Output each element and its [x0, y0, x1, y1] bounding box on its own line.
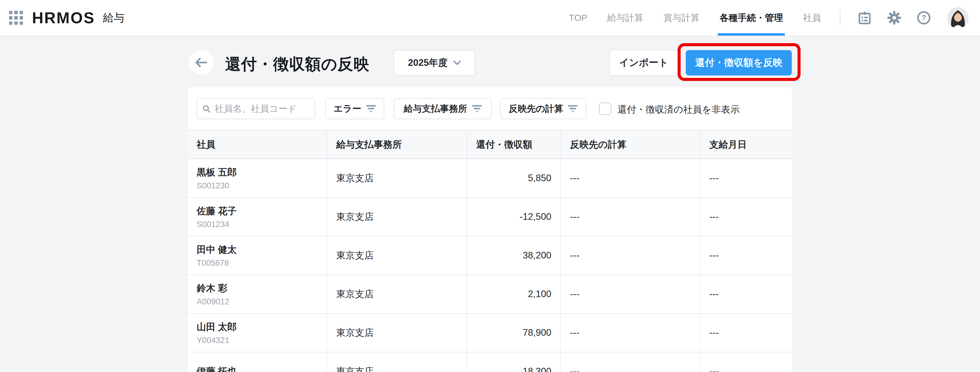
amount-cell: 2,100: [467, 275, 561, 313]
employee-name: 山田 太郎: [197, 321, 326, 333]
pay-date-cell: ---: [700, 159, 792, 197]
table-body: 黒板 五郎 S001230 東京支店 5,850 --- --- 佐藤 花子 S…: [188, 159, 792, 372]
svg-text:?: ?: [922, 14, 926, 22]
product-name: 給与: [103, 11, 125, 25]
office-cell: 東京支店: [327, 313, 467, 352]
back-button[interactable]: [189, 50, 213, 75]
hide-reflected-label: 還付・徴収済の社員を非表示: [617, 103, 740, 116]
employee-name: 佐藤 花子: [197, 205, 326, 218]
target-calc-cell: ---: [561, 275, 700, 313]
filter-button-error[interactable]: エラー: [325, 98, 384, 119]
amount-cell: 5,850: [467, 159, 561, 197]
employee-name: 伊藤 拓也: [197, 365, 326, 372]
search-input[interactable]: [215, 103, 309, 114]
nav-item-top[interactable]: TOP: [569, 0, 587, 36]
chevron-down-icon: [453, 61, 461, 65]
page-title: 還付・徴収額の反映: [225, 54, 369, 75]
pay-date-cell: ---: [700, 352, 792, 372]
content-card: エラー 給与支払事務所 反映先の計算 還付・徴収済の社員を非表示 社員: [188, 87, 792, 372]
employee-code: A009012: [197, 297, 326, 307]
table-row: 山田 太郎 Y004321 東京支店 78,900 --- ---: [188, 313, 792, 352]
table-row: 佐藤 花子 S001234 東京支店 -12,500 --- ---: [188, 197, 792, 236]
nav-item-procedures[interactable]: 各種手続・管理: [720, 0, 783, 36]
top-bar: HRMOS 給与 TOP 給与計算 賞与計算 各種手続・管理 社員: [0, 0, 980, 36]
office-cell: 東京支店: [327, 236, 467, 275]
nav-item-employees[interactable]: 社員: [803, 0, 821, 36]
employee-name: 黒板 五郎: [197, 166, 326, 179]
target-calc-cell: ---: [561, 313, 700, 352]
target-calc-cell: ---: [561, 197, 700, 236]
office-cell: 東京支店: [327, 275, 467, 313]
pay-date-cell: ---: [700, 313, 792, 352]
employee-name: 田中 健太: [197, 243, 326, 256]
brand-wordmark: HRMOS: [32, 9, 95, 27]
table-row: 伊藤 拓也 東京支店 18,300 --- ---: [188, 352, 792, 372]
amount-cell: 18,300: [467, 352, 561, 372]
col-header-amount: 還付・徴収額: [467, 130, 561, 159]
col-header-employee: 社員: [188, 130, 327, 159]
pay-date-cell: ---: [700, 236, 792, 275]
nav-item-payroll[interactable]: 給与計算: [607, 0, 643, 36]
employee-name: 鈴木 彩: [197, 282, 326, 295]
clipboard-icon[interactable]: [858, 11, 872, 25]
year-select-dropdown[interactable]: 2025年度: [394, 50, 475, 76]
logo[interactable]: HRMOS 給与: [9, 9, 125, 27]
amount-cell: 78,900: [467, 313, 561, 352]
filter-icon: [366, 105, 376, 112]
target-calc-cell: ---: [561, 236, 700, 275]
apply-refund-button[interactable]: 還付・徴収額を反映: [686, 50, 792, 75]
pay-date-cell: ---: [700, 275, 792, 313]
table-row: 田中 健太 T005678 東京支店 38,200 --- ---: [188, 236, 792, 275]
table-header-row: 社員 給与支払事務所 還付・徴収額 反映先の計算 支給月日: [188, 130, 792, 159]
col-header-target-calc: 反映先の計算: [561, 130, 700, 159]
amount-cell: -12,500: [467, 197, 561, 236]
search-box: [196, 98, 315, 119]
gear-icon[interactable]: [887, 11, 902, 25]
import-button[interactable]: インポート: [609, 50, 678, 76]
employee-code: S001234: [197, 220, 326, 229]
nav-item-bonus[interactable]: 賞与計算: [663, 0, 700, 36]
target-calc-cell: ---: [561, 159, 700, 197]
back-arrow-icon: [195, 58, 207, 67]
col-header-pay-date: 支給月日: [700, 130, 792, 159]
office-cell: 東京支店: [327, 197, 467, 236]
user-avatar[interactable]: [947, 7, 969, 29]
search-icon: [202, 104, 210, 113]
target-calc-cell: ---: [561, 352, 700, 372]
main-nav: TOP 給与計算 賞与計算 各種手続・管理 社員: [569, 0, 821, 36]
filter-button-office[interactable]: 給与支払事務所: [394, 98, 492, 119]
pay-date-cell: ---: [700, 197, 792, 236]
table-row: 黒板 五郎 S001230 東京支店 5,850 --- ---: [188, 159, 792, 197]
year-select-value: 2025年度: [408, 56, 448, 69]
employee-code: Y004321: [197, 336, 326, 345]
amount-cell: 38,200: [467, 236, 561, 275]
filter-button-target-calc[interactable]: 反映先の計算: [500, 98, 586, 119]
header-icons: ?: [858, 11, 931, 25]
table-row: 鈴木 彩 A009012 東京支店 2,100 --- ---: [188, 275, 792, 313]
filter-icon: [568, 105, 578, 112]
refund-table: 社員 給与支払事務所 還付・徴収額 反映先の計算 支給月日 黒板 五郎 S001…: [188, 130, 792, 372]
employee-code: T005678: [197, 259, 326, 268]
app-grid-icon: [9, 11, 23, 25]
help-icon[interactable]: ?: [916, 11, 931, 25]
office-cell: 東京支店: [327, 352, 467, 372]
hide-reflected-checkbox[interactable]: [599, 102, 611, 115]
filter-icon: [472, 105, 482, 112]
employee-code: S001230: [197, 181, 326, 191]
col-header-office: 給与支払事務所: [327, 130, 467, 159]
nav-divider: [840, 10, 840, 26]
office-cell: 東京支店: [327, 159, 467, 197]
